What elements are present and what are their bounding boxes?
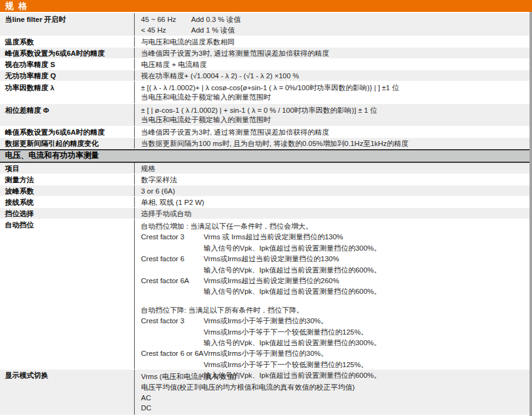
condition-line: 输入信号的Vpk、Ipk值超过当前设置测量挡位的600%。 [204,265,526,276]
section-header: 电压、电流和有功功率测量 [0,149,532,163]
spec-value: 电压精度 + 电流精度 [135,59,532,70]
condition-line: 输入信号的Vpk、Ipk值超过当前设置测量挡位的600%。 [204,286,526,297]
crest-factor-name: Crest factor 6A [141,276,204,298]
spec-label: 显示模式切换 [0,370,135,415]
crest-factor-name: Crest factor 6 [141,254,204,276]
condition-line: Vrms或Irms小于等于下一个较低测量挡位的125%。 [204,360,526,370]
condition-line: Vrms或Irms超过当前设定测量挡位的130% [204,254,526,264]
crest-factor-block: Crest factor 6A Vrms或Irms超过当前设定测量挡位的260%… [141,276,526,298]
table-row-update-interval: 数据更新间隔引起的精度变化 当数据更新间隔为100 ms时, 且为自动时, 将读… [0,138,532,149]
value-line: AC [141,393,526,403]
value-line: < 45 Hz Add 1 % 读值 [141,25,526,36]
spec-value: 45 ~ 66 Hz Add 0.3 % 读值 < 45 Hz Add 1 % … [135,13,532,36]
spec-label: 数据更新间隔引起的精度变化 [0,138,135,148]
crest-factor-conditions: Vrms或Irms小于等于测量挡位的30%。 Vrms或Irms小于等于下一个较… [204,316,526,348]
spec-value: Vrms (电压和电流的真有效值) 电压平均值(校正到电压的均方根值和电流的真有… [135,370,532,415]
freq-range: < 45 Hz [141,25,191,36]
table-row-reactive-power: 无功功率精度 Q 视在功率精度+ (√1.0004 - λ 2) - (√1 -… [0,70,532,81]
value-line: Vrms (电压和电流的真有效值) [141,372,526,382]
table-row-item: 项目 规格 [0,163,532,174]
table-row-phase-diff: 相位差精度 Φ ± [ | ø-cos-1 ( λ /1.0002) | + s… [0,104,532,127]
table-row-method: 测量方法 数字采样法 [0,174,532,185]
spec-table: 当line filter 开启时 45 ~ 66 Hz Add 0.3 % 读值… [0,13,532,415]
page-title: 规 格 [0,0,532,12]
table-row-temp-coeff: 温度系数 与电压和电流的温度系数相同 [0,36,532,48]
spec-label: 接线系统 [0,197,135,207]
value-line: 45 ~ 66 Hz Add 0.3 % 读值 [141,14,526,25]
formula-line: ± [ | ø-cos-1 ( λ /1.0002) | + sin-1 ( λ… [141,106,526,116]
table-row-wiring: 接线系统 单相, 双线 (1 P2 W) [0,197,532,208]
table-row-apparent-power: 视在功率精度 S 电压精度 + 电流精度 [0,59,532,70]
table-row-crest-accuracy-1: 峰值系数设置为6或6A时的精度 当峰值因子设置为3时, 通过将测量范围误差加倍获… [0,48,532,59]
spec-label: 无功功率精度 Q [0,70,135,81]
condition-line: 输入信号的Vpk、Ipk值超过当前设置测量挡位的300%。 [204,338,526,348]
spec-label: 项目 [0,163,135,174]
spec-label: 挡位选择 [0,208,135,219]
spec-value: 数字采样法 [135,174,532,185]
crest-factor-block: Crest factor 3 Vrms 或 Irms超过当前设定测量挡位的130… [141,232,526,254]
spec-value: ± [( λ - λ /1.0002)+ | λ cosø-cos{ø+sin-… [135,81,532,103]
crest-factor-name: Crest factor 3 [141,232,204,254]
spec-value: ± [ | ø-cos-1 ( λ /1.0002) | + sin-1 ( λ… [135,104,532,126]
spacer [141,298,526,305]
spec-value: 单相, 双线 (1 P2 W) [135,197,532,207]
value-line: DC [141,403,526,413]
table-row-crest-factor: 波峰系数 3 or 6 (6A) [0,185,532,197]
spec-label: 功率因数精度 λ [0,81,135,103]
spec-label: 视在功率精度 S [0,59,135,70]
condition-line: Vrms或Irms小于等于测量挡位的30%。 [204,348,526,359]
accuracy-add: Add 1 % 读值 [191,25,526,36]
freq-range: 45 ~ 66 Hz [141,14,191,25]
spec-value: 当数据更新间隔为100 ms时, 且为自动时, 将读数的0.05%增加到0.1H… [135,138,532,148]
condition-line: 当电压和电流处于额定输入的测量范围时 [141,115,526,125]
table-row-display-mode: 显示模式切换 Vrms (电压和电流的真有效值) 电压平均值(校正到电压的均方根… [0,370,532,415]
table-row-power-factor: 功率因数精度 λ ± [( λ - λ /1.0002)+ | λ cosø-c… [0,81,532,104]
value-line: 电压平均值(校正到电压的均方根值和电流的真有效值的校正平均值) [141,382,526,393]
crest-factor-conditions: Vrms或Irms超过当前设定测量挡位的130% 输入信号的Vpk、Ipk值超过… [204,254,526,276]
auto-range-decrease-intro: 自动挡位下降: 当满足以下所有条件时，挡位下降。 [141,305,526,316]
spec-value: 3 or 6 (6A) [135,185,532,196]
spec-label: 相位差精度 Φ [0,104,135,126]
accuracy-add: Add 0.3 % 读值 [191,14,526,25]
spec-label: 峰值系数设置为6或6A时的精度 [0,48,135,58]
spec-value: 选择手动或自动 [135,208,532,219]
condition-line: 输入信号的Vpk、Ipk值超过当前设置测量挡位的300%。 [204,243,526,254]
condition-line: Vrms或Irms超过当前设定测量挡位的260% [204,276,526,286]
spec-label: 峰值系数设置为6或6A时的精度 [0,127,135,137]
condition-line: Vrms 或 Irms超过当前设定测量挡位的130% [204,232,526,242]
spec-label: 当line filter 开启时 [0,13,135,36]
condition-line: Vrms或Irms小于等于测量挡位的30%。 [204,316,526,326]
condition-line: Vrms或Irms小于等于下一个较低测量挡位的125%。 [204,327,526,338]
spec-label: 波峰系数 [0,185,135,196]
formula-line: ± [( λ - λ /1.0002)+ | λ cosø-cos{ø+sin-… [141,83,526,93]
spec-value: 与电压和电流的温度系数相同 [135,36,532,47]
table-row-crest-accuracy-2: 峰值系数设置为6或6A时的精度 当峰值因子设置为3时, 通过将测量范围误差加倍获… [0,127,532,138]
crest-factor-name: Crest factor 3 [141,316,204,348]
spec-value: 当峰值因子设置为3时, 通过将测量范围误差加倍获得的精度 [135,48,532,58]
table-row-auto-range: 自动挡位 自动挡位增加 : 当满足以下任一条件时，挡位会增大。 Crest fa… [0,219,532,370]
spec-label: 温度系数 [0,36,135,47]
table-row-line-filter: 当line filter 开启时 45 ~ 66 Hz Add 0.3 % 读值… [0,13,532,36]
spec-value: 自动挡位增加 : 当满足以下任一条件时，挡位会增大。 Crest factor … [135,219,532,369]
crest-factor-conditions: Vrms或Irms超过当前设定测量挡位的260% 输入信号的Vpk、Ipk值超过… [204,276,526,298]
spec-value: 规格 [135,163,532,174]
crest-factor-block: Crest factor 3 Vrms或Irms小于等于测量挡位的30%。 Vr… [141,316,526,348]
spec-value: 视在功率精度+ (√1.0004 - λ 2) - (√1 - λ 2) ×10… [135,70,532,81]
page-edge [529,12,532,416]
table-row-range-select: 挡位选择 选择手动或自动 [0,208,532,219]
spec-label: 自动挡位 [0,219,135,369]
auto-range-increase-intro: 自动挡位增加 : 当满足以下任一条件时，挡位会增大。 [141,221,526,232]
crest-factor-block: Crest factor 6 Vrms或Irms超过当前设定测量挡位的130% … [141,254,526,276]
crest-factor-conditions: Vrms 或 Irms超过当前设定测量挡位的130% 输入信号的Vpk、Ipk值… [204,232,526,254]
spec-page: 规 格 当line filter 开启时 45 ~ 66 Hz Add 0.3 … [0,0,532,416]
spec-value: 当峰值因子设置为3时, 通过将测量范围误差加倍获得的精度 [135,127,532,137]
condition-line: 当电压和电流处于额定输入的测量范围时 [141,93,526,103]
spec-label: 测量方法 [0,174,135,185]
